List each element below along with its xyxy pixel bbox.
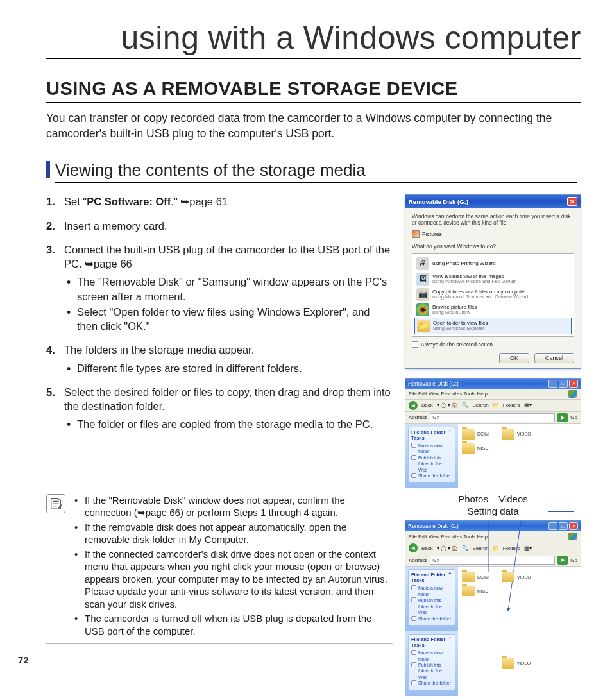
heading-bar-icon [46,161,50,178]
minimize-icon[interactable]: _ [548,522,557,530]
explorer-title: Removable Disk (G:) [408,523,459,529]
task-panel-title[interactable]: File and Folder Tasks⌃ [411,636,452,648]
action-slideshow[interactable]: 🖼 View a slideshow of the imagesusing Wi… [414,271,572,287]
action-open-folder[interactable]: 📁 Open folder to view filesusing Windows… [414,318,572,334]
folder-video[interactable]: VIDEO [502,429,538,440]
task-link-publish[interactable]: Publish this folder to the Web [411,455,452,473]
dialog-titlebar: Removable Disk (G:) ✕ [405,195,581,208]
action-print-wizard[interactable]: 🖨 using Photo Printing Wizard [414,256,572,271]
note-list: If the "Removable Disk" window does not … [72,494,393,640]
explorer-toolbar: ◄ Back ▾ ◯ ▾ 🏠 🔍Search 📁Folders ▦▾ [405,542,581,554]
menu-items[interactable]: File Edit View Favorites Tools Help [409,534,488,540]
task-link-new-folder[interactable]: Make a new folder [411,443,452,455]
step-number: 3. [46,243,55,257]
task-link-publish[interactable]: Publish this folder to the Web [411,662,452,680]
file-pane[interactable]: DCIM VIDEO MISC [458,424,581,488]
task-panel: File and Folder Tasks⌃ Make a new folder… [408,427,455,483]
folder-icon [502,429,514,440]
page-ref-icon: ➥page 61 [180,196,228,207]
task-link-share[interactable]: Share this folder [411,473,452,479]
folder-dcim[interactable]: DCIM [462,572,498,582]
address-input[interactable]: G:\ [430,556,555,565]
menu-items[interactable]: File Edit View Favorites Tools Help [409,391,488,397]
folder-label: VIDEO [517,432,531,436]
back-icon[interactable]: ◄ [409,401,418,410]
step-text: ." [171,196,180,207]
cancel-button[interactable]: Cancel [534,353,574,363]
action-label: using Photo Printing Wizard [432,260,496,266]
task-link-share[interactable]: Share this folder [411,680,452,686]
file-pane-sub[interactable]: VIDEO [458,631,581,696]
file-pane[interactable]: DCIM VIDEO MISC [458,567,581,631]
step-text: Select the desired folder or files to co… [64,386,391,412]
always-checkbox-row[interactable]: Always do the selected action. [412,341,574,348]
step-1: 1. Set "PC Software: Off." ➥page 61 [46,194,393,209]
task-link-new-folder[interactable]: Make a new folder [411,650,452,662]
folders-label[interactable]: Folders [503,402,520,408]
folder-misc[interactable]: MISC [462,586,498,596]
step-4-bullet-1: Different file types are stored in diffe… [64,361,393,375]
folder-dcim[interactable]: DCIM [462,429,498,440]
go-button[interactable]: ▶ [557,556,568,565]
task-icon [411,680,416,685]
note-item-1: If the "Removable Disk" window does not … [72,494,393,519]
maximize-icon[interactable]: □ [559,380,568,388]
action-sublabel: using Microsoft Scanner and Camera Wizar… [432,295,528,300]
scanner-icon: 📷 [416,288,429,301]
task-link-publish[interactable]: Publish this folder to the Web [411,597,452,615]
action-list[interactable]: 🖨 using Photo Printing Wizard 🖼 View a s… [412,253,574,337]
task-icon [411,455,416,460]
checkbox-icon[interactable] [412,341,418,348]
mediashow-icon: ◉ [416,303,429,316]
step-text: Set " [64,196,87,207]
search-label[interactable]: Search [472,545,488,551]
note-item-2: If the removable disk does not appear au… [72,521,393,546]
action-mediashow[interactable]: ◉ Browse picture filesusing MediaShow [414,302,572,318]
close-icon[interactable]: ✕ [569,380,578,388]
note-icon [46,494,65,513]
folder-icon [462,586,475,596]
explorer-sidebar: File and Folder Tasks⌃ Make a new folder… [405,424,458,488]
task-panel-title[interactable]: File and Folder Tasks⌃ [411,572,452,583]
task-icon [411,473,416,478]
back-label[interactable]: Back [421,402,433,408]
action-sublabel: using MediaShow [432,310,477,316]
folder-misc[interactable]: MISC [462,443,498,454]
go-button[interactable]: ▶ [557,413,568,422]
step-4: 4. The folders in the storage media appe… [46,343,393,375]
steps-list: 1. Set "PC Software: Off." ➥page 61 2. I… [46,194,393,431]
file-type-row: Pictures [412,230,574,238]
task-link-share[interactable]: Share this folder [411,616,452,622]
explorer-menu[interactable]: File Edit View Favorites Tools Help [405,389,581,400]
go-label: Go [570,558,577,563]
autoplay-dialog: Removable Disk (G:) ✕ Windows can perfor… [405,194,581,369]
maximize-icon[interactable]: □ [559,522,568,530]
back-label[interactable]: Back [421,545,433,551]
folder-icon [462,429,475,440]
explorer-toolbar: ◄ Back ▾ ◯ ▾ 🏠 🔍Search 📁Folders ▦▾ [405,400,581,412]
minimize-icon[interactable]: _ [548,380,557,388]
search-label[interactable]: Search [472,402,488,408]
page-ref-icon: ➥page 66 [85,258,132,269]
label-setting-data: Setting data [405,506,581,516]
folder-video[interactable]: VIDEO [502,572,538,582]
action-sublabel: using Windows Picture and Fax Viewer [432,279,516,285]
step-number: 1. [46,194,55,209]
back-icon[interactable]: ◄ [409,543,418,552]
folder-icon [462,443,475,454]
folder-video-sub[interactable]: VIDEO [502,658,538,669]
ok-button[interactable]: OK [499,353,529,363]
always-label: Always do the selected action. [421,341,494,348]
close-icon[interactable]: ✕ [569,522,578,530]
folders-label[interactable]: Folders [503,545,520,551]
folder-labels: Photos Videos [405,493,581,504]
address-input[interactable]: G:\ [430,413,555,422]
task-panel-title[interactable]: File and Folder Tasks⌃ [411,429,452,441]
task-link-new-folder[interactable]: Make a new folder [411,585,452,597]
section-title: USING AS A REMOVABLE STORAGE DEVICE [46,78,581,103]
dialog-title: Removable Disk (G:) [409,198,468,205]
action-copy-pictures[interactable]: 📷 Copy pictures to a folder on my comput… [414,287,572,302]
explorer-menu[interactable]: File Edit View Favorites Tools Help [405,531,581,542]
close-icon[interactable]: ✕ [567,197,577,206]
folder-label: MISC [477,446,489,450]
